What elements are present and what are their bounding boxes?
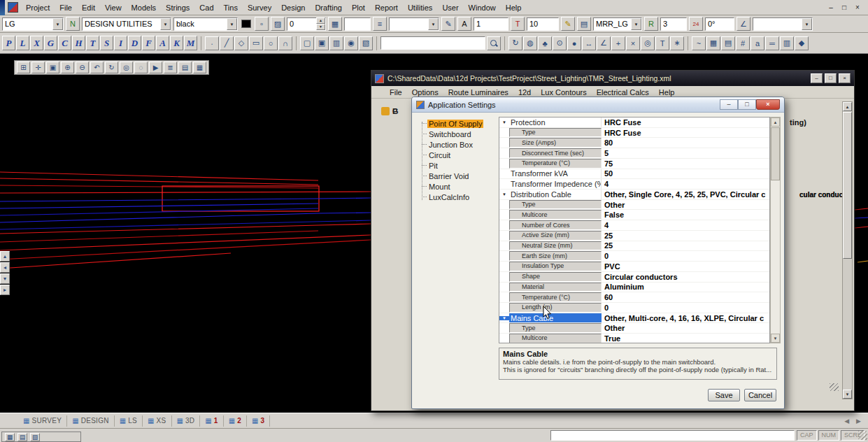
menu-item[interactable]: Utilities — [403, 3, 437, 12]
chevron-down-icon[interactable]: ▼ — [631, 18, 641, 30]
close-icon[interactable]: × — [839, 73, 851, 83]
menu-item[interactable]: Plot — [347, 3, 370, 12]
menu-item[interactable]: Report — [370, 3, 403, 12]
property-value[interactable]: 0 — [602, 304, 769, 312]
extra-combo[interactable]: ▼ — [753, 17, 813, 31]
property-value[interactable]: Aluminium — [602, 283, 769, 291]
culvert-icon[interactable]: ▥ — [780, 36, 794, 50]
mini-right-icon[interactable]: ▸ — [0, 285, 10, 295]
grid-vertical-scrollbar[interactable]: ▲ ▼ — [770, 117, 781, 343]
tree-item[interactable]: Switchboard — [419, 129, 497, 139]
profile-icon[interactable]: ~ — [692, 36, 706, 50]
cad-letter-button[interactable]: P — [2, 36, 15, 50]
mini-down-icon[interactable]: ▾ — [0, 273, 10, 284]
property-value[interactable]: 4 — [602, 221, 769, 229]
lines-tool-icon[interactable]: ╱ — [220, 36, 234, 50]
eye-icon[interactable]: ◉ — [344, 36, 358, 50]
property-value[interactable]: HRC Fuse — [602, 129, 769, 137]
clipboard-icon[interactable]: ▣ — [315, 36, 329, 50]
property-value[interactable]: 5 — [602, 149, 769, 157]
panel-list-icon[interactable]: ▤ — [17, 433, 27, 441]
grid-snap-icon[interactable]: ▦ — [328, 17, 342, 31]
zoom-window-icon[interactable]: ▣ — [46, 62, 59, 73]
cad-letter-button[interactable]: X — [30, 36, 43, 50]
property-row[interactable]: ▼ Type Other — [499, 323, 769, 334]
panel-hatch-icon[interactable]: ▧ — [30, 433, 40, 441]
size24-button[interactable]: 24 — [689, 17, 703, 31]
maximize-icon[interactable]: □ — [825, 73, 837, 83]
property-row[interactable]: ▼ Protection HRC Fuse — [499, 117, 769, 128]
pan-icon[interactable]: ✛ — [31, 62, 45, 73]
utility-combo[interactable]: DESIGN UTILITIES▼ — [82, 17, 171, 31]
menu-item[interactable]: Design — [276, 3, 310, 12]
settings-view-icon[interactable]: ▦ — [193, 62, 206, 73]
linestyle-icon[interactable]: ≡ — [373, 17, 387, 31]
cad-letter-button[interactable]: M — [184, 36, 197, 50]
cad-letter-button[interactable]: G — [44, 36, 57, 50]
world-icon[interactable]: ◎ — [641, 36, 655, 50]
hatch2-icon[interactable]: ▤ — [577, 17, 591, 31]
property-value[interactable]: Other, Multi-core, 4, 16, 16, XLPE, Circ… — [602, 314, 769, 322]
decimals-field[interactable]: 3 — [660, 17, 687, 31]
recalculate-icon[interactable]: ↻ — [508, 36, 522, 50]
property-row[interactable]: ▼ Material Aluminium — [499, 283, 769, 293]
plot-view-icon[interactable]: ≣ — [164, 62, 177, 73]
expand-arrow-icon[interactable]: ▼ — [499, 192, 509, 197]
menu-item[interactable]: Cad — [194, 3, 218, 12]
text-size-button[interactable]: T — [511, 17, 525, 31]
property-value[interactable]: Other — [602, 324, 769, 332]
property-row[interactable]: ▼ Type HRC Fuse — [499, 128, 769, 138]
name-mode-button[interactable]: N — [66, 17, 80, 31]
dialog-titlebar[interactable]: Application Settings – □ × — [412, 97, 784, 113]
menu-item[interactable]: View — [100, 3, 127, 12]
cad-letter-button[interactable]: D — [128, 36, 141, 50]
image-icon[interactable]: ▥ — [329, 36, 343, 50]
scroll-up-icon[interactable]: ▲ — [843, 102, 852, 111]
menu-item[interactable]: Models — [127, 3, 161, 12]
property-row[interactable]: ▼ Temperature (°C) 75 — [499, 159, 769, 169]
colour-swatch[interactable] — [241, 20, 251, 28]
globe-icon[interactable]: ◍ — [523, 36, 537, 50]
minimize-icon[interactable]: – — [826, 3, 836, 11]
magnify-minus-icon[interactable]: ◌ — [134, 62, 148, 73]
property-row[interactable]: ▼ Insulation Type PVC — [499, 262, 769, 272]
view-tab[interactable]: ▦ DESIGN — [67, 415, 115, 427]
scroll-down-icon[interactable]: ▼ — [771, 334, 780, 343]
view-tab[interactable]: ▦ 2 — [224, 415, 247, 427]
weight-field[interactable]: 0 ▲▼ — [287, 17, 326, 31]
dotted-style-icon[interactable]: ▫ — [255, 17, 269, 31]
cad-letter-button[interactable]: C — [58, 36, 71, 50]
property-value[interactable]: 75 — [602, 159, 769, 168]
maximize-icon[interactable]: □ — [839, 3, 849, 11]
property-value[interactable]: 50 — [602, 169, 769, 178]
regenerate-icon[interactable]: ↻ — [105, 62, 118, 73]
property-value[interactable]: False — [602, 211, 769, 219]
cross-section-icon[interactable]: ▤ — [721, 36, 735, 50]
points-tool-icon[interactable]: ∙ — [205, 36, 219, 50]
property-value[interactable]: HRC Fuse — [602, 118, 769, 127]
magnify-plus-icon[interactable]: ◎ — [120, 62, 133, 73]
nav-left-icon[interactable]: ◀ — [844, 418, 849, 425]
property-value[interactable]: True — [602, 334, 769, 343]
xml-tree-item[interactable]: P — [381, 107, 397, 115]
property-row[interactable]: ▼ Transformer kVA 50 — [499, 169, 769, 180]
copy-view-icon[interactable]: ▤ — [178, 62, 192, 73]
minimize-icon[interactable]: – — [720, 99, 738, 110]
text-tool-icon[interactable]: T — [655, 36, 669, 50]
property-row[interactable]: ▼ Temperature (°C) 60 — [499, 292, 769, 303]
hatch-style-icon[interactable]: ▨ — [271, 17, 285, 31]
view-tab[interactable]: ▦ 3 — [247, 415, 270, 427]
property-row[interactable]: ▼ Number of Cores 4 — [499, 220, 769, 231]
tree-item[interactable]: Junction Box — [419, 139, 497, 150]
chevron-down-icon[interactable]: ▼ — [227, 18, 237, 30]
menu-item[interactable]: Strings — [161, 3, 194, 12]
menu-item[interactable]: Drafting — [310, 3, 347, 12]
pipe-icon[interactable]: ═ — [765, 36, 779, 50]
measure-icon[interactable]: ↔ — [582, 36, 596, 50]
colour-combo[interactable]: black▼ — [173, 17, 238, 31]
property-value[interactable]: 80 — [602, 138, 769, 147]
tree-item[interactable]: Barrier Void — [419, 171, 497, 181]
scroll-up-icon[interactable]: ▲ — [771, 117, 780, 127]
property-row[interactable]: ▼ Multicore True — [499, 334, 769, 343]
fit-view-icon[interactable]: ⊞ — [17, 62, 30, 73]
